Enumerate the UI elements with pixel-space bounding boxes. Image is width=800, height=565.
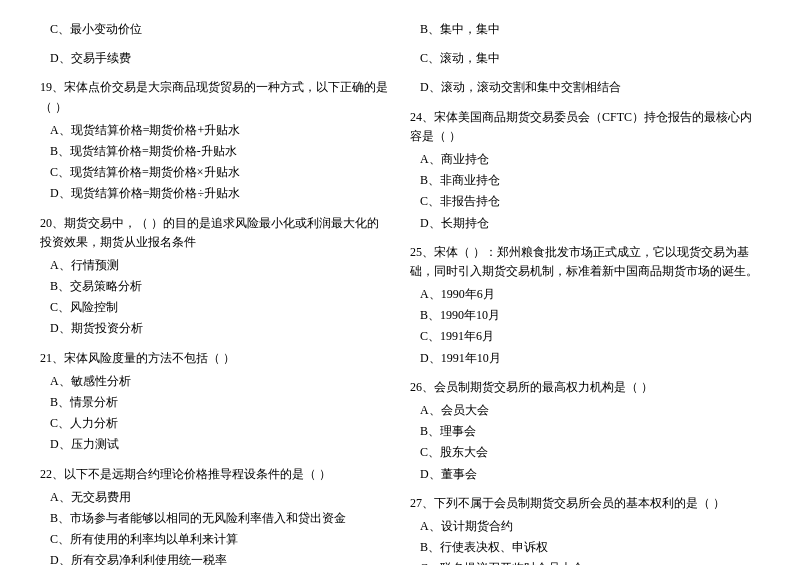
q24-option-c: C、非报告持仓 (420, 192, 760, 211)
question-25-title: 25、宋体（ ）：郑州粮食批发市场正式成立，它以现货交易为基础，同时引入期货交易… (410, 243, 760, 281)
question-block-d-gd2: D、滚动，滚动交割和集中交割相结合 (410, 78, 760, 97)
q22-option-a: A、无交易费用 (50, 488, 390, 507)
option-d-gd2: D、滚动，滚动交割和集中交割相结合 (420, 78, 760, 97)
q26-option-c: C、股东大会 (420, 443, 760, 462)
question-block-21: 21、宋体风险度量的方法不包括（ ） A、敏感性分析 B、情景分析 C、人力分析… (40, 349, 390, 455)
question-block-27: 27、下列不属于会员制期货交易所会员的基本权利的是（ ） A、设计期货合约 B、… (410, 494, 760, 565)
question-26-title: 26、会员制期货交易所的最高权力机构是（ ） (410, 378, 760, 397)
question-block-b-jj: B、集中，集中 (410, 20, 760, 39)
q19-option-a: A、现货结算价格=期货价格+升贴水 (50, 121, 390, 140)
question-22-title: 22、以下不是远期合约理论价格推导程设条件的是（ ） (40, 465, 390, 484)
q19-option-b: B、现货结算价格=期货价格-升贴水 (50, 142, 390, 161)
q26-option-b: B、理事会 (420, 422, 760, 441)
q24-option-b: B、非商业持仓 (420, 171, 760, 190)
q20-option-c: C、风险控制 (50, 298, 390, 317)
question-block-c-gd: C、滚动，集中 (410, 49, 760, 68)
q26-option-d: D、董事会 (420, 465, 760, 484)
q19-option-d: D、现货结算价格=期货价格÷升贴水 (50, 184, 390, 203)
question-21-title: 21、宋体风险度量的方法不包括（ ） (40, 349, 390, 368)
question-block-25: 25、宋体（ ）：郑州粮食批发市场正式成立，它以现货交易为基础，同时引入期货交易… (410, 243, 760, 368)
right-column: B、集中，集中 C、滚动，集中 D、滚动，滚动交割和集中交割相结合 24、宋体美… (410, 20, 760, 565)
q22-option-b: B、市场参与者能够以相同的无风险利率借入和贷出资金 (50, 509, 390, 528)
question-block-20: 20、期货交易中，（ ）的目的是追求风险最小化或利润最大化的投资效果，期货从业报… (40, 214, 390, 339)
question-block-22: 22、以下不是远期合约理论价格推导程设条件的是（ ） A、无交易费用 B、市场参… (40, 465, 390, 565)
q20-option-a: A、行情预测 (50, 256, 390, 275)
question-block-c-small: C、最小变动价位 (40, 20, 390, 39)
q25-option-c: C、1991年6月 (420, 327, 760, 346)
q27-option-a: A、设计期货合约 (420, 517, 760, 536)
q22-option-d: D、所有交易净利利使用统一税率 (50, 551, 390, 565)
question-24-title: 24、宋体美国商品期货交易委员会（CFTC）持仓报告的最核心内容是（ ） (410, 108, 760, 146)
question-block-26: 26、会员制期货交易所的最高权力机构是（ ） A、会员大会 B、理事会 C、股东… (410, 378, 760, 484)
q19-option-c: C、现货结算价格=期货价格×升贴水 (50, 163, 390, 182)
q26-option-a: A、会员大会 (420, 401, 760, 420)
option-d-fee: D、交易手续费 (50, 49, 390, 68)
left-column: C、最小变动价位 D、交易手续费 19、宋体点价交易是大宗商品现货贸易的一种方式… (40, 20, 390, 565)
page-content: C、最小变动价位 D、交易手续费 19、宋体点价交易是大宗商品现货贸易的一种方式… (40, 20, 760, 565)
question-block-d-fee: D、交易手续费 (40, 49, 390, 68)
q27-option-b: B、行使表决权、申诉权 (420, 538, 760, 557)
q21-option-b: B、情景分析 (50, 393, 390, 412)
question-block-19: 19、宋体点价交易是大宗商品现货贸易的一种方式，以下正确的是（ ） A、现货结算… (40, 78, 390, 203)
option-c-small: C、最小变动价位 (50, 20, 390, 39)
q24-option-d: D、长期持仓 (420, 214, 760, 233)
question-20-title: 20、期货交易中，（ ）的目的是追求风险最小化或利润最大化的投资效果，期货从业报… (40, 214, 390, 252)
q21-option-c: C、人力分析 (50, 414, 390, 433)
q25-option-b: B、1990年10月 (420, 306, 760, 325)
option-b-jj: B、集中，集中 (420, 20, 760, 39)
q25-option-a: A、1990年6月 (420, 285, 760, 304)
option-c-gd: C、滚动，集中 (420, 49, 760, 68)
q24-option-a: A、商业持仓 (420, 150, 760, 169)
q27-option-c: C、联名提议召开临时会员大会 (420, 559, 760, 565)
q25-option-d: D、1991年10月 (420, 349, 760, 368)
q20-option-b: B、交易策略分析 (50, 277, 390, 296)
q21-option-d: D、压力测试 (50, 435, 390, 454)
q22-option-c: C、所有使用的利率均以单利来计算 (50, 530, 390, 549)
q20-option-d: D、期货投资分析 (50, 319, 390, 338)
question-19-title: 19、宋体点价交易是大宗商品现货贸易的一种方式，以下正确的是（ ） (40, 78, 390, 116)
q21-option-a: A、敏感性分析 (50, 372, 390, 391)
question-block-24: 24、宋体美国商品期货交易委员会（CFTC）持仓报告的最核心内容是（ ） A、商… (410, 108, 760, 233)
question-27-title: 27、下列不属于会员制期货交易所会员的基本权利的是（ ） (410, 494, 760, 513)
